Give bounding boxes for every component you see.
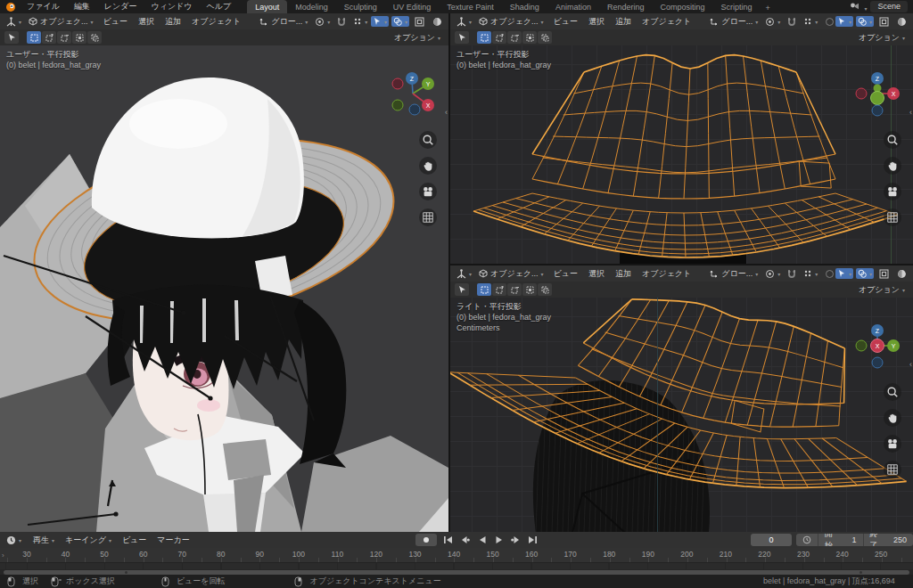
menubar-item[interactable]: ファイル [20, 1, 67, 12]
viewport-canvas-wireframe-front[interactable]: ユーザー・平行投影 (0) belet | fedora_hat_gray Z … [450, 45, 913, 264]
shading-mode-solid[interactable] [894, 268, 909, 280]
workspace-tab-layout[interactable]: Layout [247, 0, 287, 13]
select-mode-intersect[interactable] [538, 31, 552, 44]
add-workspace-button[interactable]: + [760, 3, 775, 13]
snap-settings-button[interactable] [801, 268, 820, 279]
select-mode-subtract[interactable] [507, 31, 522, 44]
viewport-menu-item[interactable]: 選択 [583, 15, 610, 29]
viewport-menu-item[interactable]: 追加 [160, 15, 186, 29]
select-mode-subtract[interactable] [507, 283, 522, 296]
snap-toggle[interactable] [785, 268, 799, 280]
navigation-gizmo[interactable]: Z X [852, 69, 902, 118]
select-mode-extend[interactable] [492, 283, 506, 296]
viewport-menu-item[interactable]: オブジェクト [637, 267, 696, 281]
viewport-3d-wireframe-side[interactable]: オブジェク... ビュー選択追加オブジェクト グロー... [450, 265, 913, 532]
viewport-canvas-wireframe-side[interactable]: ライト・平行投影 (0) belet | fedora_hat_gray Cen… [450, 298, 913, 532]
timeline-menu-item[interactable]: キーイング [60, 534, 117, 547]
editor-type-button[interactable] [454, 268, 474, 280]
active-tool-tweak-button[interactable] [4, 31, 19, 44]
zoom-icon[interactable] [419, 131, 437, 149]
sidebar-toggle-arrow[interactable]: ‹ [909, 108, 912, 117]
select-mode-extend[interactable] [492, 31, 506, 44]
select-mode-intersect[interactable] [87, 31, 102, 44]
timeline-expand-arrow[interactable]: › [2, 551, 4, 559]
workspace-tab-shading[interactable]: Shading [502, 0, 547, 13]
blender-logo-icon[interactable] [5, 2, 16, 12]
pan-hand-icon[interactable] [884, 157, 901, 175]
mode-selector[interactable]: オブジェク... [26, 15, 96, 29]
frame-end-field[interactable]: 終了 250 [863, 534, 913, 546]
viewport-3d-shaded[interactable]: オブジェク... ビュー選択追加オブジェクト グロー... [0, 13, 448, 532]
viewport-canvas-shaded[interactable]: ユーザー・平行投影 (0) belet | fedora_hat_gray Z … [0, 45, 448, 532]
jump-to-prev-keyframe-button[interactable] [459, 535, 471, 546]
scene-name[interactable]: Scene [870, 1, 908, 12]
show-overlays-toggle[interactable] [856, 268, 874, 279]
mode-selector[interactable]: オブジェク... [476, 267, 547, 281]
navigation-gizmo[interactable]: Z Y X [852, 321, 902, 371]
camera-view-icon[interactable] [884, 435, 901, 453]
viewport-menu-item[interactable]: 追加 [610, 15, 637, 29]
timeline-menu-item[interactable]: ビュー [117, 534, 152, 547]
select-mode-set[interactable] [27, 31, 41, 44]
sidebar-toggle-arrow[interactable]: ‹ [445, 108, 448, 117]
select-mode-set[interactable] [477, 283, 491, 296]
workspace-tab-sculpting[interactable]: Sculpting [336, 0, 385, 13]
camera-view-icon[interactable] [884, 183, 901, 200]
workspace-tab-texture-paint[interactable]: Texture Paint [439, 0, 502, 13]
snap-settings-button[interactable] [801, 16, 820, 27]
viewport-3d-wireframe-front[interactable]: オブジェク... ビュー選択追加オブジェクト グロー... [450, 13, 913, 264]
select-mode-subtract[interactable] [57, 31, 71, 44]
pan-hand-icon[interactable] [884, 409, 901, 427]
timeline-menu-item[interactable]: マーカー [152, 534, 194, 547]
use-preview-range-button[interactable] [796, 534, 818, 546]
navigation-gizmo[interactable]: Z Y X [388, 69, 438, 118]
camera-view-icon[interactable] [419, 183, 437, 200]
tool-options-dropdown[interactable]: オプション [394, 32, 444, 44]
show-gizmo-toggle[interactable] [371, 16, 389, 27]
zoom-icon[interactable] [884, 383, 901, 401]
timeline-tracks[interactable] [0, 563, 913, 569]
workspace-tab-scripting[interactable]: Scripting [712, 0, 760, 13]
snap-toggle[interactable] [785, 16, 799, 28]
editor-type-button[interactable] [4, 16, 24, 28]
jump-to-next-keyframe-button[interactable] [510, 535, 522, 546]
select-mode-invert[interactable] [72, 31, 86, 44]
auto-keying-toggle[interactable] [415, 534, 437, 546]
timeline-editor-type-button[interactable] [4, 535, 24, 546]
select-mode-invert[interactable] [522, 31, 537, 44]
viewport-menu-item[interactable]: オブジェクト [637, 15, 696, 29]
viewport-menu-item[interactable]: 選択 [583, 267, 610, 281]
select-mode-set[interactable] [477, 31, 491, 44]
workspace-tab-animation[interactable]: Animation [547, 0, 599, 13]
snap-settings-button[interactable] [350, 16, 369, 27]
zoom-icon[interactable] [884, 131, 901, 149]
show-overlays-toggle[interactable] [856, 16, 874, 27]
play-button[interactable] [493, 535, 505, 546]
proportional-editing-toggle[interactable] [822, 16, 834, 28]
proportional-editing-toggle[interactable] [822, 268, 834, 280]
transform-orientation-button[interactable]: グロー... [707, 267, 761, 281]
show-gizmo-toggle[interactable] [835, 268, 853, 279]
workspace-tab-modeling[interactable]: Modeling [287, 0, 336, 13]
menubar-item[interactable]: レンダー [97, 1, 144, 12]
active-tool-tweak-button[interactable] [455, 31, 469, 44]
viewport-menu-item[interactable]: ビュー [548, 267, 583, 281]
workspace-tab-compositing[interactable]: Compositing [652, 0, 712, 13]
xray-toggle[interactable] [876, 16, 892, 28]
grid-view-icon[interactable] [884, 461, 901, 478]
tool-options-dropdown[interactable]: オプション [859, 32, 909, 44]
frame-start-field[interactable]: 開始 1 [818, 534, 863, 546]
pivot-point-button[interactable] [762, 268, 783, 280]
menubar-item[interactable]: ウィンドウ [144, 1, 199, 12]
editor-type-button[interactable] [454, 16, 474, 28]
select-mode-invert[interactable] [522, 283, 537, 296]
grid-view-icon[interactable] [884, 208, 901, 226]
jump-to-start-button[interactable] [442, 535, 454, 546]
show-gizmo-toggle[interactable] [835, 16, 853, 27]
active-tool-tweak-button[interactable] [455, 283, 469, 296]
timeline-ruler[interactable]: 3040506070809010011012013014015016017018… [0, 548, 913, 563]
pan-hand-icon[interactable] [419, 157, 437, 175]
sidebar-toggle-arrow[interactable]: ‹ [909, 360, 912, 369]
workspace-tab-rendering[interactable]: Rendering [599, 0, 653, 13]
play-reverse-button[interactable] [476, 535, 488, 546]
